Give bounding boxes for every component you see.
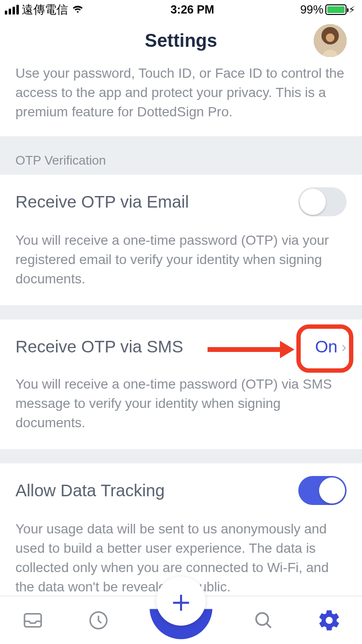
svg-point-2 [326,33,334,42]
chevron-right-icon: › [341,338,347,356]
tab-inbox[interactable] [18,606,47,635]
svg-rect-5 [25,614,42,627]
tab-bar: ＋ [0,596,362,644]
content: Use your password, Touch ID, or Face ID … [0,62,362,642]
tracking-title: Allow Data Tracking [15,481,165,500]
otp-sms-row[interactable]: Receive OTP via SMS On › [0,320,362,370]
add-button[interactable]: ＋ [156,576,206,626]
otp-sms-value: On [315,337,338,356]
otp-section-header: OTP Verification [0,136,362,175]
otp-sms-section: Receive OTP via SMS On › You will receiv… [0,320,362,449]
otp-email-row[interactable]: Receive OTP via Email [0,175,362,226]
tab-search[interactable] [249,606,278,635]
status-bar: 遠傳電信 3:26 PM 99% ⚡︎ [0,0,362,19]
lock-section: Use your password, Touch ID, or Face ID … [0,62,362,136]
otp-sms-value-cell[interactable]: On › [315,337,347,356]
svg-point-7 [256,613,268,625]
otp-email-title: Receive OTP via Email [15,192,189,211]
header: Settings [0,19,362,62]
signal-icon [5,5,19,14]
otp-email-desc: You will receive a one-time password (OT… [0,226,362,305]
carrier-label: 遠傳電信 [22,2,68,17]
wifi-icon [71,4,84,15]
tracking-row[interactable]: Allow Data Tracking [0,463,362,515]
tab-recent[interactable] [84,606,113,635]
fab-container: ＋ [150,576,212,639]
lock-description: Use your password, Touch ID, or Face ID … [0,64,362,136]
tracking-toggle[interactable] [298,476,347,505]
otp-sms-title: Receive OTP via SMS [15,337,183,356]
battery-icon [325,4,347,15]
svg-line-8 [266,623,271,628]
otp-email-section: Receive OTP via Email You will receive a… [0,175,362,305]
status-left: 遠傳電信 [5,2,84,17]
otp-email-toggle[interactable] [298,187,347,216]
avatar[interactable] [314,24,347,57]
status-right: 99% ⚡︎ [300,3,355,16]
status-time: 3:26 PM [170,3,214,16]
page-title: Settings [145,30,217,51]
plus-icon: ＋ [166,586,196,616]
charging-icon: ⚡︎ [348,4,355,15]
tab-settings[interactable] [315,606,344,635]
battery-pct: 99% [300,3,323,16]
otp-sms-desc: You will receive a one-time password (OT… [0,370,362,449]
